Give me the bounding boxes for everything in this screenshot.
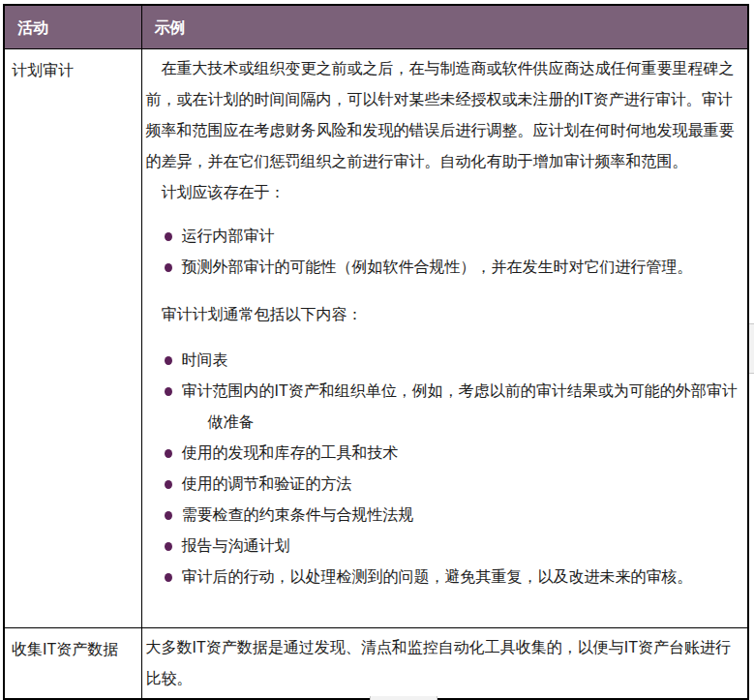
vertical-scrollbar-thumb[interactable] [749, 323, 754, 374]
document-page: 活动 示例 计划审计 在重大技术或组织变更之前或之后，在与制造商或软件供应商达成… [0, 0, 754, 700]
table-header-row: 活动 示例 [4, 5, 748, 48]
bullet-item: 使用的发现和库存的工具和技术 [146, 438, 746, 469]
example-cell: 在重大技术或组织变更之前或之后，在与制造商或软件供应商达成任何重要里程碑之前，或… [141, 48, 748, 627]
header-cell-activity: 活动 [4, 5, 141, 48]
activity-cell: 计划审计 [4, 48, 141, 627]
bullet-item: 预测外部审计的可能性（例如软件合规性），并在发生时对它们进行管理。 [146, 252, 746, 283]
bullet-item: 审计后的行动，以处理检测到的问题，避免其重复，以及改进未来的审核。 [146, 562, 746, 593]
plan-bullet-list: 运行内部审计预测外部审计的可能性（例如软件合规性），并在发生时对它们进行管理。 [146, 221, 746, 283]
header-cell-example: 示例 [141, 5, 748, 48]
activity-cell: 收集IT资产数据 [4, 627, 141, 699]
bullet-item: 需要检查的约束条件与合规性法规 [146, 500, 746, 531]
table-row-plan-audit: 计划审计 在重大技术或组织变更之前或之后，在与制造商或软件供应商达成任何重要里程… [4, 48, 748, 627]
activity-example-table: 活动 示例 计划审计 在重大技术或组织变更之前或之后，在与制造商或软件供应商达成… [3, 4, 749, 700]
audit-plan-bullet-list: 时间表审计范围内的IT资产和组织单位，例如，考虑以前的审计结果或为可能的外部审计… [146, 345, 746, 593]
bullet-item: 时间表 [146, 345, 746, 376]
bullet-item: 使用的调节和验证的方法 [146, 469, 746, 500]
table-row-collect-data: 收集IT资产数据 大多数IT资产数据是通过发现、清点和监控自动化工具收集的，以便… [4, 627, 748, 699]
bullet-item: 运行内部审计 [146, 221, 746, 252]
collect-paragraph: 大多数IT资产数据是通过发现、清点和监控自动化工具收集的，以便与IT资产台账进行… [146, 632, 746, 694]
plans-lead-in: 计划应该存在于： [146, 177, 746, 208]
bullet-item: 报告与沟通计划 [146, 531, 746, 562]
horizontal-scrollbar-thumb[interactable] [370, 696, 437, 700]
bullet-item: 审计范围内的IT资产和组织单位，例如，考虑以前的审计结果或为可能的外部审计做准备 [146, 376, 746, 438]
example-cell: 大多数IT资产数据是通过发现、清点和监控自动化工具收集的，以便与IT资产台账进行… [141, 627, 748, 699]
intro-paragraph: 在重大技术或组织变更之前或之后，在与制造商或软件供应商达成任何重要里程碑之前，或… [146, 53, 746, 177]
audit-plan-lead-in: 审计计划通常包括以下内容： [146, 299, 746, 330]
